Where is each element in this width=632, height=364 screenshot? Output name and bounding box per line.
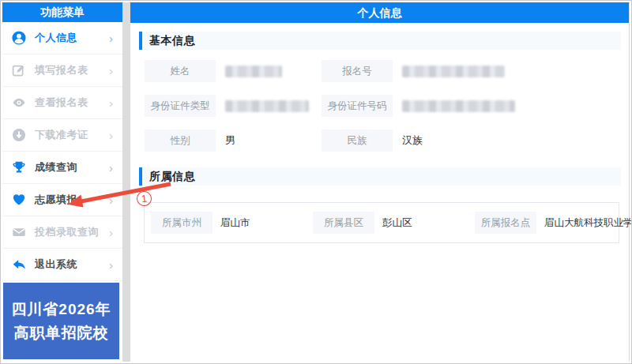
field-city: 所属市州 眉山市	[151, 212, 313, 234]
sidebar-item-label: 下载准考证	[35, 128, 109, 142]
trophy-icon	[12, 160, 26, 174]
chevron-right-icon: ›	[109, 194, 113, 206]
field-label: 所属县区	[313, 212, 374, 234]
section-title-affiliation-info: 所属信息	[139, 167, 621, 186]
panel-divider	[122, 2, 130, 362]
promo-line-1: 四川省2026年	[11, 298, 111, 321]
sidebar-item-label: 投档录取查询	[35, 225, 109, 239]
affiliation-box: 1 所属市州 眉山市 所属县区 彭山区 所属报名点 眉山大航科技职业学校	[144, 202, 619, 243]
field-reg-no: 报名号	[322, 60, 621, 82]
sidebar-item-label: 个人信息	[35, 31, 109, 45]
download-icon	[12, 128, 26, 142]
section-title-text: 基本信息	[149, 34, 195, 48]
redacted-value	[402, 66, 505, 77]
sidebar-item-volunteer-application[interactable]: 志愿填报 ›	[2, 184, 122, 216]
chevron-right-icon: ›	[109, 32, 113, 44]
sidebar-item-score-query[interactable]: 成绩查询 ›	[2, 152, 122, 184]
field-name: 姓名	[145, 60, 322, 82]
field-label: 身份证件类型	[145, 95, 216, 117]
chevron-right-icon: ›	[109, 97, 113, 109]
sidebar-header: 功能菜单	[2, 2, 122, 22]
exit-arrow-icon	[12, 257, 26, 272]
edit-icon	[12, 63, 26, 77]
field-label: 报名号	[322, 60, 393, 82]
chevron-right-icon: ›	[109, 259, 113, 271]
chevron-right-icon: ›	[109, 227, 113, 238]
chevron-right-icon: ›	[109, 129, 113, 141]
section-title-basic-info: 基本信息	[139, 32, 621, 50]
eye-icon	[12, 96, 26, 110]
heart-icon	[12, 193, 26, 207]
sidebar-item-admission-query[interactable]: 投档录取查询 ›	[2, 216, 122, 249]
sidebar-item-personal-info[interactable]: 个人信息 ›	[2, 22, 122, 54]
field-label: 所属市州	[151, 212, 213, 234]
redacted-value	[225, 66, 282, 77]
field-label: 姓名	[145, 60, 216, 82]
sidebar-item-logout[interactable]: 退出系统 ›	[2, 249, 122, 281]
sidebar-item-label: 填写报名表	[35, 63, 109, 77]
field-value: 眉山市	[220, 216, 250, 230]
basic-info-grid: 姓名 报名号 身份证件类型 身份证件号码 性别 男	[145, 60, 621, 152]
field-id-type: 身份证件类型	[145, 95, 322, 117]
redacted-value	[402, 100, 515, 112]
sidebar: 功能菜单 个人信息 › 填写报名表 › 查看报名表 ›	[2, 2, 122, 362]
sidebar-item-view-form[interactable]: 查看报名表 ›	[2, 87, 122, 119]
redacted-value	[225, 100, 309, 112]
page-title: 个人信息	[130, 2, 629, 23]
section-title-text: 所属信息	[149, 170, 195, 184]
main-content: 基本信息 姓名 报名号 身份证件类型 身份证件号码	[130, 23, 629, 243]
main-panel: 个人信息 基本信息 姓名 报名号 身份证件类型 身份证	[130, 2, 630, 362]
sidebar-item-label: 退出系统	[35, 257, 109, 272]
mail-icon	[12, 225, 26, 239]
field-value: 男	[225, 133, 235, 148]
promo-line-2: 高职单招院校	[14, 321, 109, 345]
sidebar-item-fill-form[interactable]: 填写报名表 ›	[2, 54, 122, 87]
field-label: 民族	[322, 129, 393, 152]
field-label: 性别	[145, 129, 216, 152]
sidebar-item-label: 成绩查询	[35, 160, 109, 174]
field-gender: 性别 男	[145, 129, 322, 152]
sidebar-item-label: 查看报名表	[35, 96, 109, 110]
field-label: 身份证件号码	[322, 95, 393, 117]
field-id-number: 身份证件号码	[322, 95, 621, 117]
promo-banner: 四川省2026年 高职单招院校	[3, 283, 119, 359]
field-value: 彭山区	[382, 216, 412, 230]
user-icon	[12, 31, 26, 45]
sidebar-item-label: 志愿填报	[35, 193, 109, 207]
chevron-right-icon: ›	[109, 162, 113, 174]
field-ethnicity: 民族 汉族	[322, 129, 621, 152]
field-county: 所属县区 彭山区	[313, 212, 475, 234]
annotation-badge-1: 1	[136, 190, 152, 207]
field-value: 眉山大航科技职业学校	[544, 216, 632, 230]
field-label: 所属报名点	[475, 212, 536, 234]
chevron-right-icon: ›	[109, 65, 113, 77]
app-window: 功能菜单 个人信息 › 填写报名表 › 查看报名表 ›	[0, 0, 632, 364]
field-value: 汉族	[402, 133, 423, 148]
sidebar-item-download-ticket[interactable]: 下载准考证 ›	[2, 119, 122, 152]
field-reg-point: 所属报名点 眉山大航科技职业学校	[475, 212, 632, 234]
